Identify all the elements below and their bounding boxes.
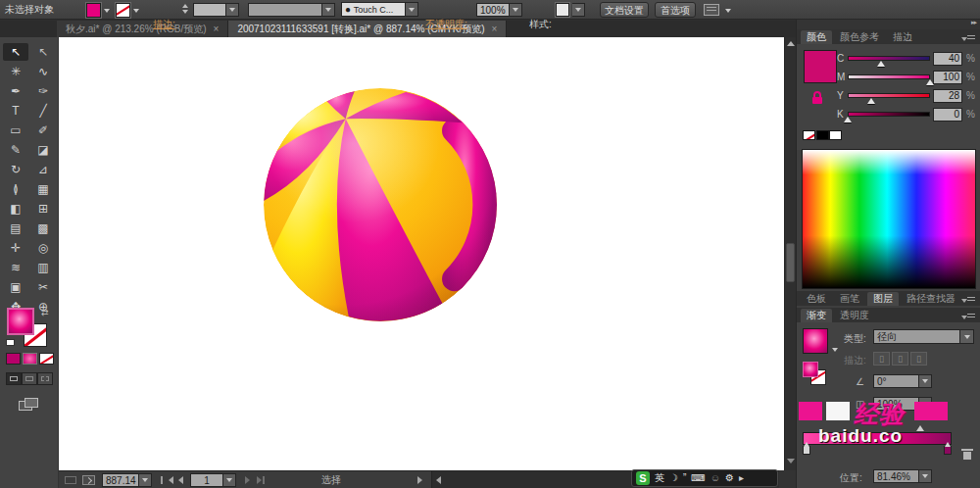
magenta-value-field[interactable]: 100: [933, 71, 962, 84]
black-slider[interactable]: [848, 108, 930, 123]
canvas-artboard[interactable]: [59, 37, 784, 470]
sogou-logo[interactable]: S: [636, 471, 650, 485]
brush-definition-dropdown[interactable]: [406, 2, 418, 17]
artboard-number-dropdown[interactable]: [223, 473, 236, 487]
style-swatch[interactable]: [556, 3, 569, 17]
reverse-gradient-icon[interactable]: ⇆: [803, 401, 810, 412]
gradient-angle-dropdown[interactable]: [919, 374, 932, 388]
user-icon[interactable]: ☺: [710, 470, 720, 486]
tab-gradient[interactable]: 渐变: [801, 309, 832, 322]
none-mode-button[interactable]: [39, 353, 54, 365]
fill-color-swatch[interactable]: [86, 3, 101, 18]
settings-wrench-icon[interactable]: ⚙: [725, 470, 734, 486]
white-swatch[interactable]: [829, 130, 842, 140]
gradient-tool[interactable]: ▩: [30, 220, 56, 237]
variable-width-profile-field[interactable]: [248, 3, 322, 17]
vertical-scrollbar[interactable]: [784, 37, 796, 470]
pen-tool[interactable]: ✒: [3, 82, 28, 100]
swap-fill-stroke-icon[interactable]: ⇄: [41, 308, 49, 317]
gradient-slider-bar[interactable]: [803, 432, 952, 445]
fill-color-dropdown-icon[interactable]: [104, 9, 110, 13]
tab-stroke[interactable]: 描边: [887, 30, 918, 44]
black-swatch[interactable]: [816, 130, 829, 140]
document-tab-1-close-icon[interactable]: ×: [214, 24, 220, 34]
style-dropdown[interactable]: [572, 3, 585, 17]
tab-color-guide[interactable]: 颜色参考: [834, 30, 885, 44]
width-tool[interactable]: ≬: [3, 180, 28, 198]
status-expand-icon[interactable]: [417, 476, 422, 484]
stroke-weight-field[interactable]: [193, 3, 226, 17]
none-swatch[interactable]: [803, 130, 815, 140]
mesh-tool[interactable]: ▤: [3, 220, 28, 237]
ime-expand-icon[interactable]: ▸: [739, 470, 744, 486]
tab-layers[interactable]: 图层: [867, 292, 899, 306]
pencil-tool[interactable]: ✎: [3, 141, 28, 159]
gradient-stop-end[interactable]: [944, 446, 952, 455]
artboard-tool[interactable]: ▣: [3, 278, 28, 296]
screen-mode-button[interactable]: [19, 398, 40, 414]
column-graph-tool[interactable]: ▥: [30, 259, 56, 276]
tab-transparency[interactable]: 透明度: [834, 309, 875, 322]
opacity-dropdown[interactable]: [510, 3, 522, 17]
tab-pathfinder[interactable]: 路径查找器: [901, 292, 961, 306]
fill-indicator[interactable]: [7, 308, 34, 335]
document-tab-2-close-icon[interactable]: ×: [492, 24, 498, 34]
cyan-slider-thumb[interactable]: [877, 61, 885, 67]
cyan-value-field[interactable]: 40: [933, 52, 962, 66]
brush-definition-field[interactable]: ● Touch C...: [341, 2, 406, 17]
ime-lang-toggle[interactable]: 英: [655, 470, 664, 486]
stroke-weight-dropdown[interactable]: [226, 3, 239, 17]
workspace-panel-icon[interactable]: [704, 4, 719, 16]
artboard-nav-next[interactable]: [245, 476, 250, 484]
black-slider-thumb[interactable]: [844, 117, 852, 122]
scroll-down-icon[interactable]: [787, 459, 795, 464]
collapse-dock-icon[interactable]: ▸▸: [971, 19, 976, 26]
preferences-button[interactable]: 首选项: [655, 2, 696, 18]
magic-wand-tool[interactable]: ✳: [3, 63, 28, 80]
draw-inside-mode-button[interactable]: [37, 372, 53, 385]
moon-icon[interactable]: ☽: [669, 470, 678, 486]
scroll-up-icon[interactable]: [787, 41, 795, 46]
selection-tool[interactable]: ↖: [3, 43, 28, 61]
delete-stop-trash-icon[interactable]: [961, 448, 973, 461]
color-panel-menu-icon[interactable]: [963, 33, 977, 43]
gradient-fill-swatch[interactable]: [803, 328, 828, 354]
export-share-icon[interactable]: [82, 475, 95, 485]
document-tab-1[interactable]: 秋夕.ai* @ 213.26% (RGB/预览) ×: [57, 21, 228, 37]
artboard-nav-prev[interactable]: [178, 476, 183, 484]
draw-behind-mode-button[interactable]: [22, 372, 37, 385]
artboard-nav-last[interactable]: [257, 476, 265, 484]
voice-icon[interactable]: ”: [683, 470, 686, 486]
current-color-swatch[interactable]: [804, 50, 837, 83]
gradient-aspect-dropdown[interactable]: [919, 397, 932, 411]
gradient-angle-field[interactable]: 0°: [873, 374, 919, 388]
blob-brush-tool[interactable]: ✑: [30, 82, 56, 100]
gradient-fill-proxy[interactable]: [803, 362, 818, 377]
gradient-stop-start[interactable]: [803, 446, 810, 455]
workspace-dropdown-icon[interactable]: [725, 9, 731, 13]
draw-normal-mode-button[interactable]: [6, 372, 22, 385]
document-setup-button[interactable]: 文档设置: [600, 2, 649, 18]
gradient-mode-button[interactable]: [23, 353, 37, 365]
stroke-weight-label[interactable]: 描边:: [153, 15, 175, 34]
cyan-slider[interactable]: [848, 52, 930, 68]
tab-color[interactable]: 颜色: [801, 30, 832, 44]
slice-tool[interactable]: ✂: [30, 278, 56, 296]
gradient-type-dropdown[interactable]: [960, 329, 974, 344]
gradient-panel-menu-icon[interactable]: [963, 312, 977, 321]
blend-tool[interactable]: ◎: [30, 239, 56, 257]
keyboard-icon[interactable]: ⌨: [691, 470, 705, 486]
eraser-tool[interactable]: ◪: [30, 141, 56, 159]
type-tool[interactable]: T: [3, 102, 28, 120]
gradient-aspect-field[interactable]: 100%: [873, 397, 919, 411]
yellow-slider[interactable]: [848, 89, 930, 105]
artboard-nav-first[interactable]: [161, 476, 173, 484]
line-segment-tool[interactable]: ╱: [30, 102, 56, 120]
tab-brushes[interactable]: 画笔: [834, 292, 865, 306]
variable-width-profile-dropdown[interactable]: [322, 3, 335, 17]
zoom-level-dropdown[interactable]: [139, 473, 152, 487]
gradient-swatch-dropdown-icon[interactable]: [832, 348, 838, 352]
perspective-grid-tool[interactable]: ⊞: [30, 200, 56, 218]
lasso-tool[interactable]: ∿: [30, 63, 56, 80]
zoom-level-field[interactable]: 887.14: [102, 473, 139, 487]
